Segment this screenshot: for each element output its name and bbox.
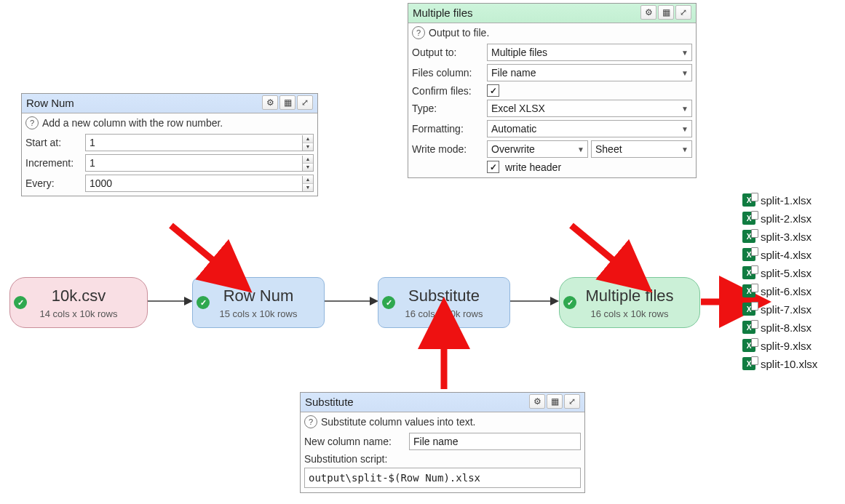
write-mode-b-select[interactable]: Sheet ▼ bbox=[591, 140, 692, 158]
spin-down-icon[interactable]: ▼ bbox=[303, 164, 313, 171]
rownum-help: ? Add a new column with the row number. bbox=[22, 113, 317, 132]
new-col-input[interactable]: File name bbox=[409, 433, 581, 450]
output-file-item[interactable]: Xsplit-5.xlsx bbox=[742, 266, 817, 279]
check-icon: ✓ bbox=[382, 296, 395, 309]
output-file-item[interactable]: Xsplit-4.xlsx bbox=[742, 248, 817, 261]
node-substitute-title: Substitute bbox=[408, 287, 480, 305]
increment-input[interactable]: 1 ▲▼ bbox=[85, 154, 314, 172]
new-col-label: New column name: bbox=[304, 436, 406, 447]
chevron-down-icon: ▼ bbox=[678, 145, 691, 153]
chevron-down-icon: ▼ bbox=[678, 69, 691, 77]
output-file-item[interactable]: Xsplit-6.xlsx bbox=[742, 284, 817, 297]
formatting-select[interactable]: Automatic ▼ bbox=[487, 120, 692, 137]
excel-icon: X bbox=[742, 212, 755, 225]
spin-up-icon[interactable]: ▲ bbox=[303, 135, 313, 143]
check-icon: ✓ bbox=[197, 296, 210, 309]
output-file-item[interactable]: Xsplit-7.xlsx bbox=[742, 303, 817, 316]
spin-up-icon[interactable]: ▲ bbox=[303, 156, 313, 164]
formatting-label: Formatting: bbox=[412, 123, 484, 135]
excel-icon: X bbox=[742, 357, 755, 370]
red-arrow bbox=[560, 218, 648, 286]
output-file-item[interactable]: Xsplit-8.xlsx bbox=[742, 321, 817, 334]
excel-icon: X bbox=[742, 321, 755, 334]
multiple-panel: Multiple files ⚙ ▦ ⤢ ? Output to file. O… bbox=[408, 3, 697, 178]
output-file-name: split-5.xlsx bbox=[761, 267, 812, 279]
output-file-item[interactable]: Xsplit-2.xlsx bbox=[742, 212, 817, 225]
multiple-help: ? Output to file. bbox=[408, 23, 696, 42]
script-label: Substitution script: bbox=[304, 453, 387, 465]
files-column-value: File name bbox=[488, 67, 678, 79]
output-to-label: Output to: bbox=[412, 47, 484, 58]
increment-label: Increment: bbox=[25, 157, 82, 169]
spin-up-icon[interactable]: ▲ bbox=[303, 176, 313, 184]
node-source-title: 10k.csv bbox=[52, 287, 106, 305]
excel-icon: X bbox=[742, 303, 755, 316]
substitute-panel: Substitute ⚙ ▦ ⤢ ? Substitute column val… bbox=[300, 392, 585, 493]
type-select[interactable]: Excel XLSX ▼ bbox=[487, 100, 692, 117]
gear-icon[interactable]: ⚙ bbox=[529, 394, 545, 409]
output-file-item[interactable]: Xsplit-1.xlsx bbox=[742, 193, 817, 207]
every-label: Every: bbox=[25, 177, 82, 189]
output-file-name: split-4.xlsx bbox=[761, 249, 812, 261]
increment-value: 1 bbox=[86, 157, 302, 169]
output-file-name: split-8.xlsx bbox=[761, 321, 812, 334]
svg-line-4 bbox=[571, 225, 622, 268]
help-icon[interactable]: ? bbox=[25, 116, 39, 129]
chevron-down-icon: ▼ bbox=[678, 125, 691, 133]
output-file-name: split-6.xlsx bbox=[761, 285, 812, 297]
output-file-item[interactable]: Xsplit-3.xlsx bbox=[742, 230, 817, 243]
grid-icon[interactable]: ▦ bbox=[658, 5, 674, 20]
node-source[interactable]: ✓ 10k.csv 14 cols x 10k rows bbox=[9, 277, 148, 328]
grid-icon[interactable]: ▦ bbox=[279, 95, 295, 110]
write-mode-b-value: Sheet bbox=[592, 143, 678, 155]
confirm-files-label: Confirm files: bbox=[412, 85, 484, 97]
rownum-panel-title: Row Num ⚙ ▦ ⤢ bbox=[22, 94, 317, 113]
every-input[interactable]: 1000 ▲▼ bbox=[85, 175, 314, 192]
multiple-help-text: Output to file. bbox=[429, 27, 489, 39]
files-column-select[interactable]: File name ▼ bbox=[487, 64, 692, 81]
spin-down-icon[interactable]: ▼ bbox=[303, 184, 313, 191]
rownum-help-text: Add a new column with the row number. bbox=[42, 117, 223, 129]
node-multiple-title: Multiple files bbox=[585, 287, 673, 305]
red-arrow bbox=[160, 218, 247, 286]
output-to-value: Multiple files bbox=[488, 47, 678, 58]
write-mode-select[interactable]: Overwrite ▼ bbox=[487, 140, 588, 158]
check-icon: ✓ bbox=[563, 296, 576, 309]
gear-icon[interactable]: ⚙ bbox=[640, 5, 656, 20]
red-arrow bbox=[422, 327, 466, 399]
substitute-help-text: Substitute column values into text. bbox=[321, 416, 475, 428]
node-rownum-title: Row Num bbox=[223, 287, 294, 305]
type-label: Type: bbox=[412, 103, 484, 114]
substitute-help: ? Substitute column values into text. bbox=[301, 412, 584, 431]
node-substitute[interactable]: ✓ Substitute 16 cols x 10k rows bbox=[378, 277, 510, 328]
start-label: Start at: bbox=[25, 137, 82, 148]
new-col-value: File name bbox=[413, 436, 458, 447]
start-input[interactable]: 1 ▲▼ bbox=[85, 134, 314, 151]
output-file-item[interactable]: Xsplit-10.xlsx bbox=[742, 357, 817, 370]
script-input[interactable]: output\split-$(Row Num).xlsx bbox=[304, 468, 581, 488]
gear-icon[interactable]: ⚙ bbox=[262, 95, 278, 110]
multiple-title-text: Multiple files bbox=[413, 7, 473, 19]
help-icon[interactable]: ? bbox=[304, 415, 317, 428]
chevron-down-icon: ▼ bbox=[678, 105, 691, 113]
output-file-name: split-1.xlsx bbox=[761, 194, 812, 207]
confirm-files-checkbox[interactable]: ✓ bbox=[487, 84, 499, 97]
spin-down-icon[interactable]: ▼ bbox=[303, 143, 313, 151]
expand-icon[interactable]: ⤢ bbox=[297, 95, 313, 110]
start-value: 1 bbox=[86, 137, 302, 148]
excel-icon: X bbox=[742, 248, 755, 261]
excel-icon: X bbox=[742, 230, 755, 243]
grid-icon[interactable]: ▦ bbox=[547, 394, 563, 409]
output-file-item[interactable]: Xsplit-9.xlsx bbox=[742, 339, 817, 352]
output-to-select[interactable]: Multiple files ▼ bbox=[487, 44, 692, 61]
write-mode-label: Write mode: bbox=[412, 143, 484, 155]
svg-line-3 bbox=[171, 225, 222, 268]
output-file-name: split-9.xlsx bbox=[761, 340, 812, 352]
expand-icon[interactable]: ⤢ bbox=[564, 394, 580, 409]
write-header-checkbox[interactable]: ✓ bbox=[487, 161, 499, 173]
node-rownum-meta: 15 cols x 10k rows bbox=[220, 308, 298, 319]
output-file-name: split-3.xlsx bbox=[761, 231, 812, 243]
excel-icon: X bbox=[742, 193, 755, 207]
help-icon[interactable]: ? bbox=[412, 26, 425, 39]
expand-icon[interactable]: ⤢ bbox=[675, 5, 691, 20]
